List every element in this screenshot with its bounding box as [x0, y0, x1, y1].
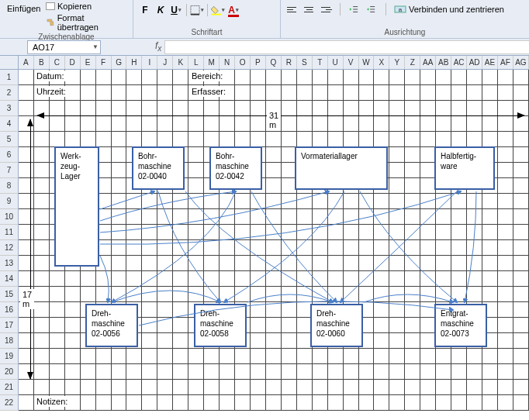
- column-header[interactable]: I: [142, 56, 157, 69]
- cell[interactable]: [204, 395, 220, 411]
- cell[interactable]: [498, 101, 513, 116]
- cell[interactable]: [157, 240, 173, 256]
- cell[interactable]: [467, 380, 482, 395]
- cell[interactable]: [405, 287, 420, 302]
- cell[interactable]: [173, 302, 188, 318]
- cell[interactable]: [173, 395, 188, 411]
- cell[interactable]: [297, 209, 313, 225]
- cell[interactable]: [328, 380, 344, 395]
- cell[interactable]: [359, 364, 375, 380]
- cell[interactable]: [157, 225, 173, 240]
- cell[interactable]: [451, 395, 467, 411]
- cell[interactable]: [19, 132, 34, 147]
- cell[interactable]: [188, 349, 204, 364]
- column-header[interactable]: J: [157, 56, 173, 69]
- cell[interactable]: [420, 194, 436, 209]
- cell[interactable]: [251, 116, 266, 132]
- cell[interactable]: [282, 240, 297, 256]
- cell[interactable]: [313, 85, 328, 101]
- cell[interactable]: [81, 85, 96, 101]
- cell[interactable]: [374, 132, 389, 147]
- cell[interactable]: [251, 194, 266, 209]
- cell[interactable]: [405, 333, 420, 349]
- cell[interactable]: [498, 178, 513, 194]
- cell[interactable]: [157, 287, 173, 302]
- cell[interactable]: [344, 85, 359, 101]
- cell[interactable]: [374, 194, 389, 209]
- cell[interactable]: [344, 225, 359, 240]
- cell[interactable]: [451, 349, 467, 364]
- row-header[interactable]: 19: [0, 349, 19, 364]
- cell[interactable]: [389, 287, 405, 302]
- cell[interactable]: [126, 256, 142, 271]
- cell[interactable]: [188, 364, 204, 380]
- cell[interactable]: [420, 271, 436, 287]
- copy-button[interactable]: Kopieren: [43, 1, 94, 12]
- cell[interactable]: [498, 132, 513, 147]
- cell[interactable]: [420, 380, 436, 395]
- cell[interactable]: [157, 256, 173, 271]
- cell[interactable]: [344, 364, 359, 380]
- cell[interactable]: [235, 70, 251, 85]
- cell[interactable]: [282, 287, 297, 302]
- cell[interactable]: [81, 287, 96, 302]
- cell[interactable]: [142, 70, 157, 85]
- cell[interactable]: [112, 116, 127, 132]
- cell[interactable]: [436, 194, 451, 209]
- cell[interactable]: [328, 132, 344, 147]
- cell[interactable]: [204, 256, 220, 271]
- cell[interactable]: [513, 333, 529, 349]
- row-header[interactable]: 20: [0, 364, 19, 380]
- cell[interactable]: [282, 132, 297, 147]
- align-right-button[interactable]: [320, 3, 334, 15]
- cell[interactable]: [65, 101, 81, 116]
- cell[interactable]: [266, 240, 282, 256]
- cell[interactable]: [282, 209, 297, 225]
- cell[interactable]: [498, 225, 513, 240]
- cell[interactable]: [359, 395, 375, 411]
- row-header[interactable]: 16: [0, 302, 19, 318]
- cell[interactable]: [266, 163, 282, 178]
- cell[interactable]: [374, 85, 389, 101]
- cell[interactable]: [19, 178, 34, 194]
- cell[interactable]: [498, 163, 513, 178]
- cell[interactable]: [96, 395, 112, 411]
- cell[interactable]: [19, 318, 34, 333]
- cell[interactable]: [389, 240, 405, 256]
- cell[interactable]: [65, 364, 81, 380]
- row-header[interactable]: 5: [0, 132, 19, 147]
- cell[interactable]: [359, 132, 375, 147]
- cell[interactable]: [266, 256, 282, 271]
- cell[interactable]: [235, 395, 251, 411]
- name-box[interactable]: AO17 ▼: [27, 40, 101, 54]
- cell[interactable]: [282, 194, 297, 209]
- row-header[interactable]: 3: [0, 101, 19, 116]
- cell[interactable]: [498, 147, 513, 163]
- cell[interactable]: [328, 225, 344, 240]
- cell[interactable]: [313, 240, 328, 256]
- column-header[interactable]: O: [235, 56, 251, 69]
- column-header[interactable]: B: [34, 56, 50, 69]
- row-header[interactable]: 8: [0, 178, 19, 194]
- cell[interactable]: [467, 395, 482, 411]
- cell[interactable]: [112, 395, 127, 411]
- cell[interactable]: [297, 256, 313, 271]
- cell[interactable]: [344, 256, 359, 271]
- cell[interactable]: [405, 240, 420, 256]
- cell[interactable]: [173, 101, 188, 116]
- cell[interactable]: [420, 70, 436, 85]
- column-header[interactable]: AC: [451, 56, 467, 69]
- cell[interactable]: [498, 70, 513, 85]
- cell[interactable]: [157, 70, 173, 85]
- cell[interactable]: [50, 380, 65, 395]
- cell[interactable]: [482, 380, 498, 395]
- cell[interactable]: [266, 147, 282, 163]
- cell[interactable]: [359, 101, 375, 116]
- column-header[interactable]: H: [126, 56, 142, 69]
- cell[interactable]: [157, 209, 173, 225]
- row-header[interactable]: 11: [0, 225, 19, 240]
- cell[interactable]: [251, 101, 266, 116]
- cell[interactable]: [34, 132, 50, 147]
- column-header[interactable]: X: [374, 56, 389, 69]
- cell[interactable]: [451, 380, 467, 395]
